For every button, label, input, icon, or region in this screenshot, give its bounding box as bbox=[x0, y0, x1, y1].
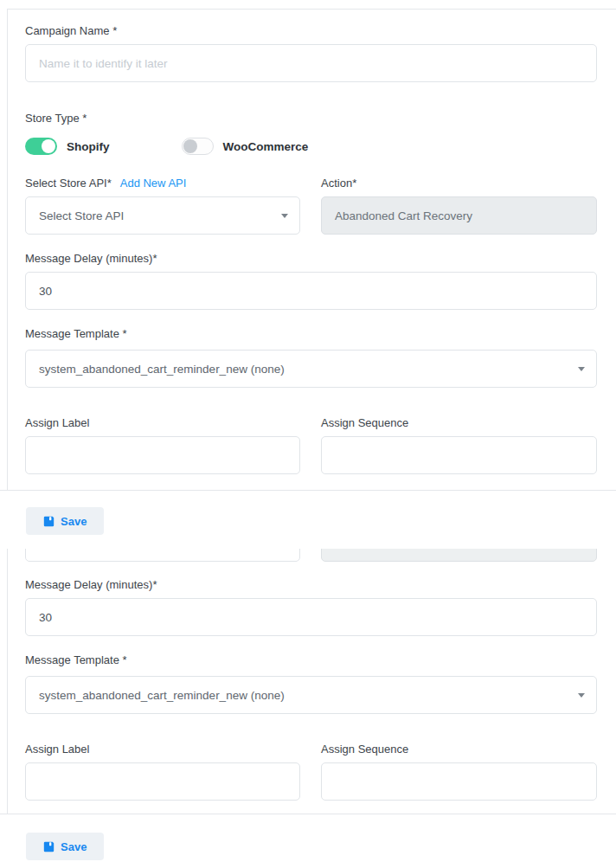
add-new-api-link[interactable]: Add New API bbox=[120, 177, 187, 190]
message-template-label: Message Template * bbox=[25, 653, 605, 666]
message-delay-input[interactable] bbox=[25, 272, 597, 310]
chevron-down-icon bbox=[578, 693, 585, 698]
assign-sequence-label: Assign Sequence bbox=[321, 416, 597, 429]
clipped-field-row bbox=[25, 549, 605, 562]
save-button[interactable]: Save bbox=[26, 507, 104, 535]
assign-field-row bbox=[25, 436, 605, 474]
message-template-select-2[interactable]: system_abandoned_cart_reminder_new (none… bbox=[25, 676, 597, 714]
save-floppy-icon bbox=[43, 516, 55, 527]
store-api-select-clipped[interactable] bbox=[25, 549, 300, 562]
store-type-label: Store Type * bbox=[25, 112, 605, 125]
shopify-toggle[interactable]: Shopify bbox=[25, 138, 110, 155]
action-input-disabled: Abandoned Cart Recovery bbox=[321, 196, 597, 235]
woocommerce-toggle-label: WooCommerce bbox=[223, 140, 309, 153]
assign-label-input-2[interactable] bbox=[25, 762, 300, 801]
form2-footer: Save bbox=[0, 814, 616, 862]
form1-footer: Save bbox=[0, 490, 616, 549]
woocommerce-toggle[interactable]: WooCommerce bbox=[182, 138, 309, 155]
save-button-label: Save bbox=[61, 840, 87, 853]
chevron-down-icon bbox=[281, 214, 288, 218]
store-api-selected-value: Select Store API bbox=[39, 209, 124, 222]
assign-sequence-input-2[interactable] bbox=[321, 762, 597, 801]
assign-sequence-label: Assign Sequence bbox=[321, 743, 597, 756]
shopify-switch-icon bbox=[25, 138, 57, 155]
message-delay-label: Message Delay (minutes)* bbox=[25, 252, 605, 265]
message-template-selected-value: system_abandoned_cart_reminder_new (none… bbox=[39, 363, 285, 376]
assign-sequence-input[interactable] bbox=[321, 436, 597, 474]
campaign-name-label: Campaign Name * bbox=[25, 24, 605, 37]
assign-label-row: Assign Label Assign Sequence bbox=[25, 416, 605, 429]
api-action-field-row: Select Store API Abandoned Cart Recovery bbox=[25, 196, 605, 235]
save-button-label: Save bbox=[61, 515, 87, 528]
action-value: Abandoned Cart Recovery bbox=[335, 209, 472, 222]
store-type-toggles: Shopify WooCommerce bbox=[25, 138, 605, 155]
store-api-select[interactable]: Select Store API bbox=[25, 196, 300, 235]
message-template-select[interactable]: system_abandoned_cart_reminder_new (none… bbox=[25, 350, 597, 388]
message-delay-label: Message Delay (minutes)* bbox=[25, 578, 605, 591]
assign-label-input[interactable] bbox=[25, 436, 300, 474]
save-floppy-icon bbox=[43, 841, 55, 852]
campaign-name-input[interactable] bbox=[25, 44, 597, 82]
top-spacer bbox=[0, 0, 616, 9]
shopify-toggle-label: Shopify bbox=[67, 140, 110, 153]
woocommerce-switch-icon bbox=[182, 138, 214, 155]
message-template-label: Message Template * bbox=[25, 327, 605, 340]
message-template-selected-value: system_abandoned_cart_reminder_new (none… bbox=[39, 689, 285, 702]
assign-field-row-2 bbox=[25, 762, 605, 801]
assign-label-label: Assign Label bbox=[25, 743, 300, 756]
campaign-form-card: Campaign Name * Store Type * Shopify Woo… bbox=[7, 9, 616, 490]
save-button-2[interactable]: Save bbox=[26, 833, 104, 860]
campaign-form-card-2: Message Delay (minutes)* Message Templat… bbox=[7, 549, 616, 814]
action-label: Action* bbox=[321, 177, 597, 190]
assign-label-row-2: Assign Label Assign Sequence bbox=[25, 743, 605, 756]
action-input-clipped bbox=[321, 549, 597, 562]
store-api-label: Select Store API* bbox=[25, 177, 112, 190]
api-action-label-row: Select Store API* Add New API Action* bbox=[25, 177, 605, 190]
chevron-down-icon bbox=[578, 367, 585, 371]
assign-label-label: Assign Label bbox=[25, 416, 300, 429]
message-delay-input-2[interactable] bbox=[25, 598, 597, 636]
